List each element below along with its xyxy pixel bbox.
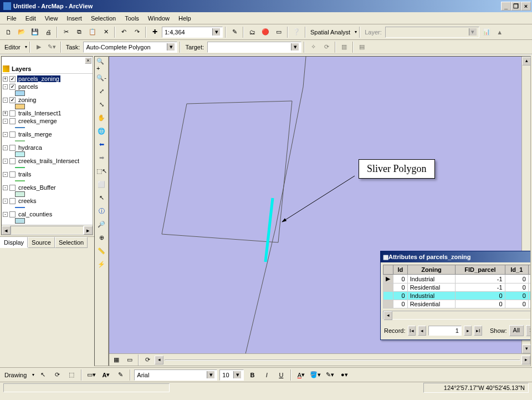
layer-label[interactable]: trails_merge — [17, 131, 53, 138]
layer-checkbox[interactable] — [9, 171, 16, 178]
table-row[interactable]: 0Residential00507382001Mike Gough — [383, 300, 531, 308]
select-elements-button[interactable]: ↖ — [37, 369, 49, 381]
layer-row[interactable]: +parcels_zoning — [3, 75, 91, 83]
table-cell[interactable]: 0 — [393, 292, 408, 300]
new-rectangle-button[interactable]: ▭▾ — [85, 369, 98, 381]
table-cell[interactable]: 0 — [528, 275, 530, 283]
layer-checkbox[interactable] — [9, 158, 16, 164]
table-cell[interactable]: 0 — [505, 283, 528, 292]
fixed-zoom-in-icon[interactable]: ⤢ — [96, 85, 107, 97]
identify-icon[interactable]: ⓘ — [96, 205, 107, 216]
zoom-out-icon[interactable]: 🔍- — [96, 72, 107, 83]
toc-tab-source[interactable]: Source — [28, 237, 55, 248]
select-features-icon[interactable]: ⬚↖ — [96, 165, 107, 176]
column-header[interactable]: FID_parcel — [456, 265, 505, 275]
undo-button[interactable]: ↶ — [117, 26, 130, 38]
fixed-zoom-out-icon[interactable]: ⤡ — [96, 99, 107, 110]
expander-icon[interactable]: - — [3, 98, 8, 103]
layer-tree[interactable]: +parcels_zoning-parcels-zoning+trails_In… — [2, 74, 93, 225]
scroll-left-button[interactable]: ◂ — [155, 356, 163, 364]
layer-label[interactable]: hydrarca — [17, 144, 43, 151]
attributes-table[interactable]: IdZoningFID_parcelId_1APN▶0Industrial-10… — [383, 265, 530, 308]
expander-icon[interactable]: - — [3, 84, 8, 89]
attributes-window[interactable]: ▦ Attributes of parcels_zoning _ □ × IdZ… — [380, 251, 530, 340]
column-header[interactable]: Zoning — [407, 265, 456, 275]
find-icon[interactable]: 🔎 — [96, 219, 107, 230]
measure-icon[interactable]: 📏 — [96, 245, 107, 256]
font-size-combo[interactable]: 10▾ — [219, 369, 244, 381]
expander-icon[interactable]: + — [3, 77, 8, 82]
whats-this-button[interactable]: ❔ — [290, 26, 303, 38]
layer-checkbox[interactable] — [9, 211, 16, 217]
layer-row[interactable]: -parcels — [3, 83, 91, 90]
record-input[interactable] — [428, 326, 462, 336]
table-cell[interactable]: 0 — [505, 292, 528, 300]
table-cell[interactable]: 0 — [456, 292, 505, 300]
menu-window[interactable]: Window — [144, 14, 174, 23]
back-extent-icon[interactable]: ⬅ — [96, 139, 107, 150]
toc-tab-selection[interactable]: Selection — [55, 237, 88, 248]
row-selector[interactable] — [383, 300, 393, 308]
close-button[interactable]: × — [521, 2, 531, 11]
add-data-button[interactable]: ✚ — [149, 26, 161, 38]
layer-label[interactable]: zoning — [17, 97, 37, 103]
editor-menu[interactable]: Editor — [2, 44, 23, 50]
edit-vertices-button[interactable]: ✎ — [114, 369, 126, 381]
drawing-menu[interactable]: Drawing — [2, 372, 29, 378]
layer-label[interactable]: cal_counties — [17, 211, 53, 217]
layer-checkbox[interactable] — [9, 118, 16, 124]
expander-icon[interactable]: + — [3, 111, 8, 116]
new-text-button[interactable]: A▾ — [100, 369, 112, 381]
menu-file[interactable]: File — [2, 14, 21, 23]
table-row[interactable]: ▶0Industrial-100 — [383, 275, 531, 283]
zoom-in-icon[interactable]: 🔍+ — [96, 59, 107, 70]
layer-label[interactable]: creeks_Buffer — [17, 184, 57, 191]
go-to-xy-icon[interactable]: ⊕ — [96, 232, 107, 243]
delete-button[interactable]: ✕ — [100, 26, 112, 38]
expander-icon[interactable]: - — [3, 172, 8, 177]
menu-insert[interactable]: Insert — [62, 14, 86, 23]
layer-checkbox[interactable] — [9, 131, 16, 138]
layer-checkbox[interactable] — [9, 84, 16, 90]
select-elements-icon[interactable]: ↖ — [96, 192, 107, 203]
underline-button[interactable]: U — [275, 369, 287, 381]
paste-button[interactable]: 📋 — [86, 26, 99, 38]
expander-icon[interactable]: - — [3, 132, 8, 137]
layer-checkbox[interactable] — [9, 97, 16, 103]
restore-button[interactable]: ❐ — [511, 2, 521, 11]
layer-row[interactable]: -trails — [3, 170, 91, 178]
layer-label[interactable]: parcels — [17, 83, 39, 90]
layer-checkbox[interactable] — [9, 185, 16, 191]
table-cell[interactable]: -1 — [456, 283, 505, 292]
new-button[interactable]: 🗋 — [2, 26, 14, 38]
table-cell[interactable]: 0 — [505, 275, 528, 283]
column-header[interactable]: APN — [528, 265, 530, 275]
data-view-tab[interactable]: ▦ — [110, 354, 122, 366]
menu-tools[interactable]: Tools — [120, 14, 144, 23]
toc-scrollbar[interactable]: ◂▸ — [2, 225, 93, 235]
menu-selection[interactable]: Selection — [86, 14, 120, 23]
table-cell[interactable]: 0 — [505, 300, 528, 308]
layer-row[interactable]: +trails_Intersect1 — [3, 109, 91, 117]
layer-row[interactable]: -cal_counties — [3, 210, 91, 218]
task-combo[interactable]: Auto-Complete Polygon▾ — [83, 42, 177, 53]
toc-close-button[interactable]: × — [85, 57, 91, 64]
row-selector[interactable] — [383, 283, 393, 292]
layer-checkbox[interactable] — [9, 198, 16, 204]
last-record-button[interactable]: ▸I — [474, 326, 482, 336]
menu-help[interactable]: Help — [174, 14, 196, 23]
layout-view-tab[interactable]: ▭ — [124, 354, 136, 366]
layer-checkbox[interactable] — [9, 76, 16, 82]
layer-row[interactable]: -hydrarca — [3, 144, 91, 151]
layer-row[interactable]: -creeks_Buffer — [3, 184, 91, 191]
zoom-to-button[interactable]: ⬚ — [65, 369, 78, 381]
scroll-right-button[interactable]: ▸ — [521, 356, 530, 364]
layer-label[interactable]: creeks_merge — [17, 118, 58, 124]
refresh-button[interactable]: ⟳ — [141, 354, 154, 366]
font-color-button[interactable]: A▾ — [295, 369, 307, 381]
layer-label[interactable]: trails_Intersect1 — [17, 110, 63, 117]
attributes-titlebar[interactable]: ▦ Attributes of parcels_zoning _ □ × — [381, 251, 530, 262]
layer-row[interactable]: -trails_merge — [3, 130, 91, 138]
row-selector[interactable] — [383, 292, 393, 300]
cut-button[interactable]: ✂ — [60, 26, 72, 38]
